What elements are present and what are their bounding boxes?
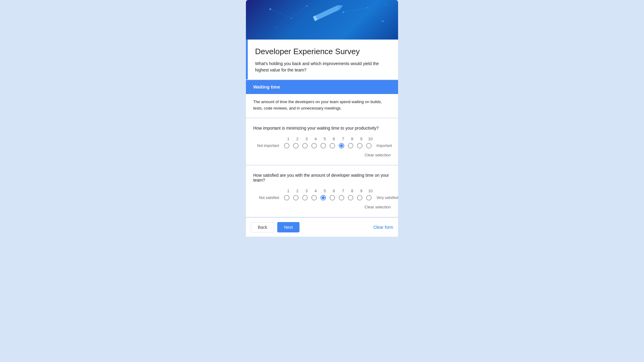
question-1-label-right: Important [373, 144, 392, 148]
question-1-clear-link[interactable]: Clear selection [365, 153, 391, 157]
radio-2-3[interactable] [300, 195, 310, 200]
radio-2-9[interactable] [355, 195, 364, 200]
radio-2-7[interactable] [337, 195, 346, 200]
question-2-card: How satisfied are you with the amount of… [246, 165, 398, 217]
radio-2-8[interactable] [346, 195, 355, 200]
question-2-clear: Clear selection [253, 204, 391, 210]
section-body-text: The amount of time the developers on you… [253, 99, 391, 112]
radio-circle-1-8[interactable] [348, 143, 353, 148]
question-1-label-left: Not important [253, 144, 282, 148]
radio-circle-2-9[interactable] [357, 195, 362, 200]
back-button[interactable]: Back [251, 222, 274, 232]
radio-circle-2-1[interactable] [284, 195, 289, 200]
question-1-card: How important is minimizing your waiting… [246, 118, 398, 165]
radio-circle-2-2[interactable] [293, 195, 299, 200]
radio-circle-2-8[interactable] [348, 195, 353, 200]
radio-1-8[interactable] [346, 143, 355, 148]
question-1-radio-row: Not important Important [253, 143, 391, 148]
svg-line-10 [343, 8, 368, 12]
section-header: Waiting time [246, 80, 398, 94]
section-card: Waiting time The amount of time the deve… [246, 80, 398, 118]
radio-1-5[interactable] [319, 143, 328, 148]
radio-circle-2-10[interactable] [366, 195, 372, 200]
question-1-radio-group[interactable] [282, 143, 373, 148]
next-button[interactable]: Next [277, 222, 299, 232]
question-2-label-right: Very satisfied [373, 196, 398, 200]
radio-2-6[interactable] [328, 195, 337, 200]
radio-1-7[interactable] [337, 143, 346, 148]
radio-circle-1-7[interactable] [339, 143, 344, 148]
question-2-radio-group[interactable] [282, 195, 373, 200]
survey-header-image [246, 0, 398, 40]
section-body: The amount of time the developers on you… [246, 94, 398, 118]
survey-description: What's holding you back and which improv… [255, 61, 391, 73]
radio-circle-1-2[interactable] [293, 143, 299, 148]
question-1-numbers: 1 2 3 4 5 6 7 8 9 10 [253, 137, 391, 141]
radio-2-4[interactable] [310, 195, 319, 200]
footer-bar: Back Next Clear form [246, 218, 398, 237]
survey-title-card: Developer Experience Survey What's holdi… [246, 40, 398, 79]
radio-circle-2-4[interactable] [311, 195, 317, 200]
svg-point-6 [385, 4, 387, 5]
question-2-clear-link[interactable]: Clear selection [365, 205, 391, 209]
radio-2-2[interactable] [291, 195, 300, 200]
section-title: Waiting time [253, 84, 280, 89]
radio-circle-1-3[interactable] [302, 143, 308, 148]
radio-1-4[interactable] [310, 143, 319, 148]
radio-1-10[interactable] [364, 143, 373, 148]
radio-2-10[interactable] [364, 195, 373, 200]
radio-circle-2-5[interactable] [320, 195, 326, 200]
question-2-scale: 1 2 3 4 5 6 7 8 9 10 Not satisfied [253, 189, 391, 200]
survey-title: Developer Experience Survey [255, 47, 391, 56]
svg-line-8 [270, 9, 292, 18]
radio-circle-1-4[interactable] [311, 143, 317, 148]
radio-1-6[interactable] [328, 143, 337, 148]
question-2-numbers: 1 2 3 4 5 6 7 8 9 10 [253, 189, 391, 193]
svg-point-7 [276, 27, 277, 28]
radio-circle-2-6[interactable] [330, 195, 335, 200]
question-1-text: How important is minimizing your waiting… [253, 126, 391, 131]
radio-circle-1-10[interactable] [366, 143, 372, 148]
clear-form-button[interactable]: Clear form [373, 225, 393, 230]
question-2-text: How satisfied are you with the amount of… [253, 173, 391, 183]
question-1-clear: Clear selection [253, 152, 391, 158]
radio-circle-1-5[interactable] [320, 143, 326, 148]
question-2-radio-row: Not satisfied Very satisfied [253, 195, 391, 200]
radio-1-3[interactable] [300, 143, 310, 148]
radio-2-1[interactable] [282, 195, 291, 200]
radio-circle-1-1[interactable] [284, 143, 289, 148]
footer-left: Back Next [251, 222, 299, 232]
radio-1-1[interactable] [282, 143, 291, 148]
radio-1-2[interactable] [291, 143, 300, 148]
radio-circle-2-3[interactable] [302, 195, 308, 200]
svg-line-11 [368, 8, 383, 21]
radio-circle-1-9[interactable] [357, 143, 362, 148]
radio-2-5[interactable] [319, 195, 328, 200]
svg-line-9 [292, 6, 307, 18]
radio-circle-1-6[interactable] [330, 143, 335, 148]
radio-circle-2-7[interactable] [339, 195, 344, 200]
question-2-label-left: Not satisfied [253, 196, 282, 200]
radio-1-9[interactable] [355, 143, 364, 148]
question-1-scale: 1 2 3 4 5 6 7 8 9 10 Not important [253, 137, 391, 148]
